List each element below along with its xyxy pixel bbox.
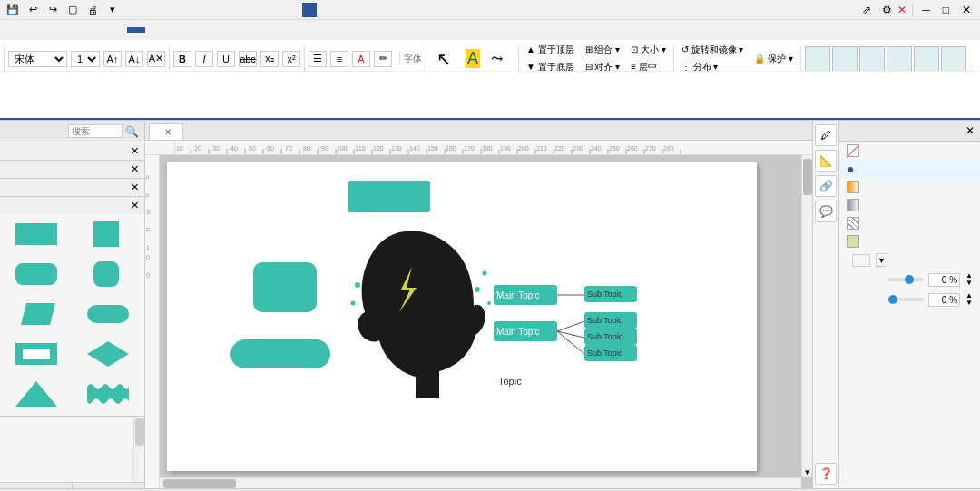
qat-redo[interactable]: ↪ (44, 1, 62, 19)
qat-new[interactable]: ▢ (64, 1, 82, 19)
to-back-btn[interactable]: ▼ 置于底层 (523, 59, 578, 72)
menu-start[interactable] (18, 27, 36, 33)
connect-btn[interactable]: ⤳ (487, 48, 506, 69)
search-icon[interactable]: 🔍 (125, 125, 139, 138)
align-center-btn[interactable]: ≡ (330, 51, 348, 67)
canvas-scroll-thumb-v[interactable] (803, 159, 812, 195)
style-6[interactable] (941, 46, 966, 72)
fill-panel-close[interactable]: ✕ (965, 124, 975, 137)
fill-gradient2[interactable] (839, 196, 980, 214)
canvas-scroll-thumb-h[interactable] (163, 479, 236, 488)
section-basic-close-icon[interactable]: ✕ (131, 200, 139, 211)
text-btn[interactable]: A (462, 47, 484, 70)
font-clear-btn[interactable]: A✕ (147, 51, 165, 67)
brightness-track[interactable] (888, 278, 923, 281)
style-3[interactable] (859, 46, 885, 72)
menu-mindmap[interactable] (127, 27, 145, 33)
section-symbol-header[interactable]: ✕ (0, 161, 144, 178)
fill-none[interactable] (839, 142, 980, 160)
align-left-btn[interactable]: ☰ (309, 51, 327, 67)
qat-dropdown[interactable]: ▾ (103, 1, 122, 19)
fill-color-swatch[interactable] (852, 254, 870, 267)
section-brainstorm-header[interactable]: ✕ (0, 142, 144, 160)
font-color-btn[interactable]: A (352, 51, 370, 67)
strikethrough-btn[interactable]: abc (239, 51, 257, 67)
protect-btn[interactable]: 🔒 保护 ▾ (750, 51, 797, 67)
style-2[interactable] (832, 46, 858, 72)
select-btn[interactable]: ↖ (430, 45, 458, 73)
group-btn[interactable]: ⊞ 组合 ▾ (582, 42, 624, 58)
shape-hollow[interactable] (4, 338, 70, 372)
shape-rounded[interactable] (4, 258, 70, 292)
style-5[interactable] (914, 46, 939, 72)
section-close-icon[interactable]: ✕ (131, 145, 139, 157)
canvas-tab-1[interactable]: ✕ (149, 123, 183, 140)
fill-pattern[interactable] (839, 214, 980, 232)
fill-solid[interactable]: ● (839, 160, 980, 178)
menu-insert[interactable] (36, 27, 54, 33)
win-min[interactable]: ─ (918, 4, 934, 16)
shape-diamond[interactable] (75, 338, 142, 372)
brightness-spinup[interactable]: ▲▼ (965, 272, 973, 287)
distribute-btn[interactable]: ⋮ 分布 ▾ (678, 59, 748, 72)
right-icon-ruler[interactable]: 📐 (815, 150, 837, 172)
underline-btn[interactable]: U (217, 51, 235, 67)
font-family-select[interactable]: 宋体 (8, 51, 67, 67)
align2-btn[interactable]: ≡ 层中 (627, 59, 670, 72)
brightness-thumb[interactable] (905, 275, 914, 284)
section-mindmap-close-icon[interactable]: ✕ (131, 182, 139, 193)
bold-btn[interactable]: B (173, 51, 191, 67)
font-grow-btn[interactable]: A↑ (103, 51, 122, 67)
fill-texture[interactable] (839, 232, 980, 250)
settings-icon[interactable]: ⚙ (882, 4, 892, 16)
menu-help[interactable] (109, 27, 127, 33)
right-icon-pen[interactable]: 🖊 (815, 124, 837, 146)
menu-view[interactable] (73, 27, 91, 33)
transparency-input[interactable] (928, 293, 960, 307)
font-shrink-btn[interactable]: A↓ (125, 51, 143, 67)
shape-wave[interactable] (75, 378, 142, 412)
shape-stadium[interactable] (75, 298, 142, 332)
transparency-thumb[interactable] (888, 295, 897, 304)
canvas-scrollbar-v[interactable]: ▼ (801, 155, 812, 477)
shape-rect[interactable] (4, 218, 70, 252)
scroll-v[interactable] (133, 417, 144, 482)
right-icon-link[interactable]: 🔗 (815, 175, 837, 197)
section-symbol-close-icon[interactable]: ✕ (131, 163, 139, 175)
fill-gradient[interactable] (839, 178, 980, 196)
italic-btn[interactable]: I (195, 51, 213, 67)
qat-undo[interactable]: ↩ (24, 1, 42, 19)
canvas-tab-close[interactable]: ✕ (164, 127, 172, 137)
symbol-search-input[interactable] (68, 124, 122, 138)
transparency-spinup[interactable]: ▲▼ (965, 292, 973, 307)
align-btn[interactable]: ⊟ 对齐 ▾ (582, 59, 624, 72)
font-size-select[interactable]: 10 (71, 51, 100, 67)
share-icon[interactable]: ⇗ (862, 4, 871, 16)
style-4[interactable] (887, 46, 912, 72)
transparency-track[interactable] (888, 298, 923, 301)
menu-layout[interactable] (54, 27, 73, 33)
shape-square[interactable] (75, 218, 142, 252)
highlight-btn[interactable]: ✏ (374, 51, 392, 67)
scroll-thumb[interactable] (135, 418, 144, 446)
qat-save[interactable]: 💾 (4, 1, 22, 19)
shape-triangle[interactable] (4, 378, 70, 412)
subscript-btn[interactable]: x₂ (260, 51, 279, 67)
canvas-scroll-area[interactable]: Main Topic Sub Topic Main Topic (160, 155, 812, 488)
rotate-btn[interactable]: ↺ 旋转和镜像 ▾ (678, 42, 748, 58)
menu-symbol[interactable] (91, 27, 109, 33)
right-icon-help[interactable]: ❓ (815, 463, 837, 485)
scroll-down-arrow[interactable]: ▼ (802, 466, 812, 477)
win-close[interactable]: ✕ (958, 4, 975, 16)
brightness-input[interactable] (928, 273, 960, 287)
style-1[interactable] (805, 46, 830, 72)
to-front-btn[interactable]: ▲ 置于顶层 (523, 42, 578, 58)
win-max[interactable]: □ (939, 4, 953, 16)
qat-print[interactable]: 🖨 (83, 1, 102, 19)
x-icon[interactable]: ✕ (897, 4, 906, 16)
section-basic-header[interactable]: ✕ (0, 197, 144, 214)
right-icon-comment[interactable]: 💬 (815, 201, 837, 222)
shape-skew[interactable] (4, 298, 70, 332)
canvas-scrollbar-h[interactable] (160, 477, 801, 488)
fill-color-dropdown[interactable]: ▾ (876, 253, 887, 267)
